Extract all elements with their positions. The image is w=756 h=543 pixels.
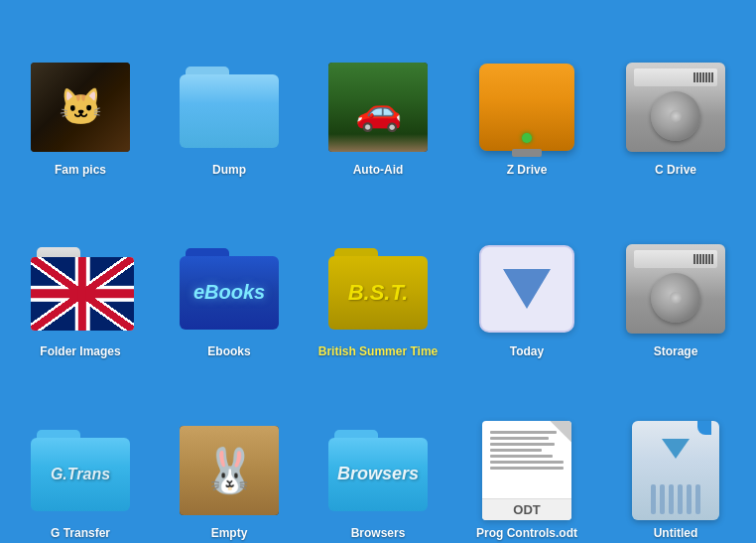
browsers-folder-text: Browsers — [328, 438, 428, 511]
ebooks-folder-text: eBooks — [180, 256, 279, 330]
c-drive-icon — [626, 58, 725, 157]
item-folder-images[interactable]: Folder Images — [11, 185, 150, 358]
fam-pics-label: Fam pics — [55, 163, 106, 177]
today-icon — [477, 239, 576, 339]
item-untitled[interactable]: Untitled — [606, 366, 745, 540]
bst-folder-text: B.S.T. — [328, 256, 428, 330]
empty-icon — [180, 421, 279, 520]
today-label: Today — [510, 344, 544, 358]
z-drive-icon — [477, 58, 576, 157]
g-transfer-icon: G.Trans — [31, 421, 130, 520]
browsers-label: Browsers — [351, 526, 406, 540]
ebooks-icon: eBooks — [180, 239, 279, 339]
auto-aid-icon — [328, 58, 428, 157]
dump-icon — [180, 58, 279, 157]
dump-label: Dump — [212, 163, 246, 177]
storage-icon — [626, 239, 725, 339]
storage-label: Storage — [654, 344, 698, 358]
odt-badge: ODT — [482, 498, 571, 520]
item-storage[interactable]: Storage — [606, 185, 745, 358]
item-today[interactable]: Today — [457, 185, 596, 358]
folder-images-icon — [31, 239, 130, 339]
desktop-grid: Fam pics Dump Auto-Aid Z Drive — [0, 0, 756, 543]
bst-icon: B.S.T. — [328, 239, 428, 339]
item-z-drive[interactable]: Z Drive — [457, 3, 596, 177]
untitled-icon — [626, 421, 725, 520]
item-browsers[interactable]: Browsers Browsers — [309, 366, 447, 540]
item-g-transfer[interactable]: G.Trans G Transfer — [11, 366, 150, 540]
item-empty[interactable]: Empty — [160, 366, 299, 540]
item-fam-pics[interactable]: Fam pics — [11, 3, 150, 177]
untitled-label: Untitled — [654, 526, 698, 540]
prog-controls-icon: ODT — [477, 421, 576, 520]
item-dump[interactable]: Dump — [160, 3, 299, 177]
gtransfer-folder-text: G.Trans — [31, 438, 130, 511]
item-prog-controls[interactable]: ODT Prog Controls.odt — [457, 366, 596, 540]
item-auto-aid[interactable]: Auto-Aid — [309, 3, 447, 177]
item-c-drive[interactable]: C Drive — [606, 3, 745, 177]
c-drive-label: C Drive — [655, 163, 696, 177]
prog-controls-label: Prog Controls.odt — [476, 526, 577, 540]
auto-aid-label: Auto-Aid — [353, 163, 404, 177]
empty-label: Empty — [211, 526, 248, 540]
item-ebooks[interactable]: eBooks Ebooks — [160, 185, 299, 358]
bst-label: British Summer Time — [318, 344, 438, 358]
folder-images-label: Folder Images — [40, 344, 120, 358]
browsers-icon: Browsers — [328, 421, 428, 520]
ebooks-label: Ebooks — [207, 344, 250, 358]
item-bst[interactable]: B.S.T. British Summer Time — [309, 185, 447, 358]
fam-pics-icon — [31, 58, 130, 157]
g-transfer-label: G Transfer — [51, 526, 110, 540]
z-drive-label: Z Drive — [507, 163, 548, 177]
